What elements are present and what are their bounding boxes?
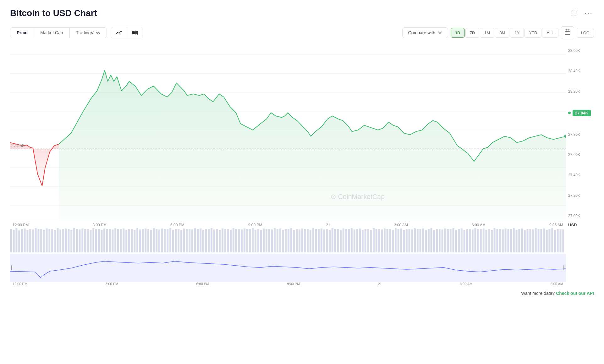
tab-price[interactable]: Price	[10, 28, 34, 38]
svg-rect-118	[271, 229, 273, 252]
svg-rect-75	[153, 228, 155, 252]
svg-rect-201	[499, 229, 501, 252]
svg-rect-156	[376, 229, 377, 252]
svg-rect-108	[244, 229, 245, 252]
line-chart-button[interactable]	[111, 27, 127, 38]
svg-rect-76	[156, 229, 157, 252]
svg-rect-92	[200, 229, 201, 252]
calendar-button[interactable]	[561, 26, 574, 39]
x-label-1: 12:00 PM	[13, 223, 29, 227]
svg-rect-70	[139, 229, 141, 252]
svg-rect-217	[543, 229, 545, 252]
candle-chart-button[interactable]	[127, 27, 143, 38]
y-axis: 28.60K 28.40K 28.20K 27.84K 27.80K 27.60…	[566, 45, 594, 221]
chart-area: ⊙ CoinMarketCap 27.55K 28.60K 28.40K 28.…	[10, 45, 594, 221]
svg-rect-126	[293, 230, 295, 252]
svg-rect-135	[318, 229, 320, 252]
time-btn-all[interactable]: ALL	[542, 28, 558, 38]
svg-rect-203	[505, 229, 507, 252]
svg-rect-97	[213, 229, 215, 252]
svg-rect-132	[310, 230, 311, 252]
api-footer-link[interactable]: Check out our API	[556, 291, 594, 296]
svg-rect-51	[87, 229, 89, 252]
svg-rect-166	[403, 230, 405, 252]
svg-rect-105	[235, 229, 237, 252]
svg-rect-149	[356, 229, 358, 252]
svg-rect-120	[277, 229, 278, 252]
svg-rect-66	[128, 229, 130, 252]
svg-rect-79	[164, 229, 166, 252]
svg-rect-147	[351, 228, 353, 252]
svg-rect-39	[54, 230, 56, 252]
expand-icon[interactable]	[569, 8, 578, 19]
svg-rect-107	[241, 229, 243, 252]
svg-rect-152	[365, 229, 366, 252]
svg-rect-163	[395, 228, 397, 252]
log-button[interactable]: LOG	[577, 28, 594, 38]
svg-rect-61	[114, 228, 116, 252]
svg-rect-32	[35, 228, 37, 252]
mini-y-axis-spacer	[566, 254, 594, 282]
time-btn-7d[interactable]: 7D	[465, 28, 480, 38]
svg-rect-30	[29, 229, 31, 252]
svg-rect-34	[40, 229, 42, 252]
svg-rect-80	[167, 229, 168, 252]
svg-rect-55	[98, 229, 100, 252]
svg-rect-167	[406, 229, 408, 252]
svg-rect-72	[145, 229, 146, 252]
time-period-group: 1D 7D 1M 3M 1Y YTD ALL	[451, 28, 558, 38]
svg-rect-128	[299, 229, 300, 252]
mini-chart-section: 12:00 PM 3:00 PM 6:00 PM 9:00 PM 21 3:00…	[10, 254, 594, 286]
svg-rect-195	[483, 229, 485, 252]
svg-rect-65	[125, 230, 127, 252]
compare-with-button[interactable]: Compare with	[402, 27, 448, 38]
main-chart: ⊙ CoinMarketCap 27.55K	[10, 45, 566, 221]
svg-rect-37	[48, 229, 50, 252]
mini-x-label-4: 9:00 PM	[287, 282, 300, 286]
svg-rect-190	[469, 229, 471, 252]
svg-rect-165	[400, 229, 402, 252]
svg-rect-204	[507, 229, 509, 252]
svg-rect-176	[431, 228, 432, 252]
svg-rect-186	[458, 229, 460, 252]
tab-market-cap[interactable]: Market Cap	[34, 28, 69, 38]
svg-rect-187	[461, 229, 463, 252]
svg-rect-27	[21, 229, 23, 252]
svg-rect-42	[62, 229, 64, 252]
volume-y-axis-spacer	[566, 227, 594, 252]
svg-rect-143	[340, 230, 342, 252]
svg-rect-179	[439, 229, 441, 252]
y-label-9: 27.00K	[568, 214, 594, 218]
mini-x-label-7: 6:00 AM	[551, 282, 563, 286]
x-label-6: 3:00 AM	[394, 223, 408, 227]
tab-tradingview[interactable]: TradingView	[70, 28, 107, 38]
time-btn-1y[interactable]: 1Y	[510, 28, 524, 38]
svg-rect-56	[101, 230, 103, 252]
svg-rect-28	[24, 229, 26, 252]
svg-rect-170	[414, 228, 416, 252]
svg-rect-33	[37, 229, 39, 252]
time-btn-ytd[interactable]: YTD	[524, 28, 541, 38]
more-options-icon[interactable]: ···	[583, 8, 594, 19]
svg-rect-115	[263, 229, 265, 252]
svg-rect-159	[384, 229, 386, 252]
svg-rect-211	[527, 229, 529, 252]
svg-rect-188	[464, 230, 465, 252]
y-label-2: 28.40K	[568, 69, 594, 73]
svg-rect-140	[332, 228, 333, 252]
time-btn-1d[interactable]: 1D	[451, 28, 465, 38]
time-btn-1m[interactable]: 1M	[480, 28, 494, 38]
page-title: Bitcoin to USD Chart	[10, 8, 97, 18]
svg-rect-60	[112, 229, 113, 252]
chart-tab-group: Price Market Cap TradingView	[10, 27, 107, 38]
svg-rect-68	[134, 230, 135, 252]
svg-rect-183	[450, 229, 452, 252]
svg-rect-142	[337, 229, 339, 252]
svg-rect-49	[81, 229, 83, 252]
mini-chart-right-handle[interactable]	[563, 265, 564, 270]
x-axis: 12:00 PM 3:00 PM 6:00 PM 9:00 PM 21 3:00…	[10, 223, 566, 227]
time-btn-3m[interactable]: 3M	[495, 28, 509, 38]
svg-rect-100	[222, 229, 223, 252]
mini-chart-left-handle[interactable]	[11, 265, 12, 270]
svg-rect-151	[362, 230, 364, 252]
